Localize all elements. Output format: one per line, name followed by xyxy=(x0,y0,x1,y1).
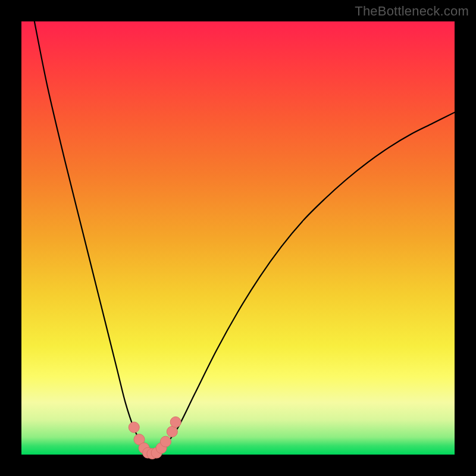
marker-point xyxy=(160,436,171,447)
marker-point xyxy=(167,426,177,437)
bottleneck-curve xyxy=(35,21,455,455)
chart-frame: TheBottleneck.com xyxy=(0,0,476,476)
marker-point xyxy=(170,416,181,427)
plot-area xyxy=(21,21,455,455)
watermark-text: TheBottleneck.com xyxy=(355,4,469,19)
curve-layer xyxy=(21,21,455,455)
marker-point xyxy=(129,422,139,433)
markers-group xyxy=(129,416,181,459)
